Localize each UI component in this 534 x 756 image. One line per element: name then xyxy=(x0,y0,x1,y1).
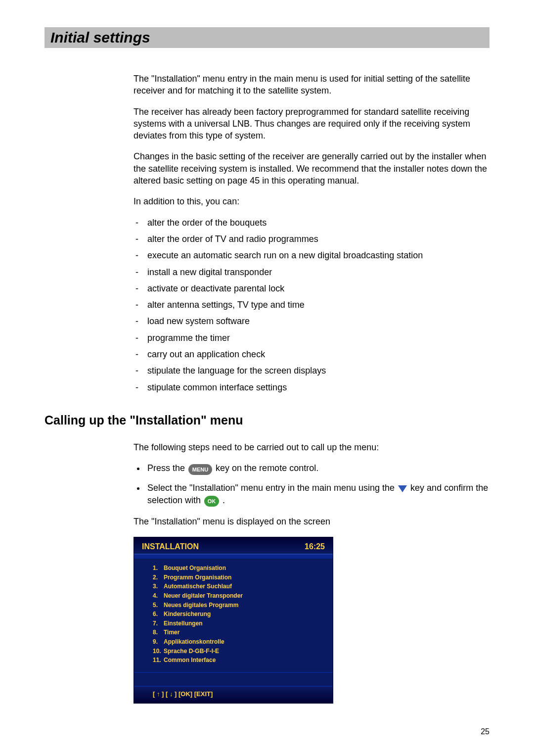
options-list: alter the order of the bouquets alter th… xyxy=(134,217,490,393)
tv-menu-items: 1.Bouquet Organisation 2.Programm Organi… xyxy=(134,558,333,673)
list-item: stipulate the language for the screen di… xyxy=(134,365,490,377)
document-page: Initial settings The "Installation" menu… xyxy=(0,0,534,756)
tv-menu-item: 7.Einstellungen xyxy=(153,619,327,628)
steps-list: Press the MENU key on the remote control… xyxy=(134,462,490,507)
tv-menu-time: 16:25 xyxy=(305,541,325,552)
step-text: Press the xyxy=(147,463,187,473)
page-title: Initial settings xyxy=(44,27,490,48)
list-item: install a new digital transponder xyxy=(134,266,490,278)
tv-menu-item: 8.Timer xyxy=(153,628,327,637)
tv-menu-item: 2.Programm Organisation xyxy=(153,573,327,582)
tv-menu-footer: [ ↑ ] [ ↓ ] [OK] [EXIT] xyxy=(134,686,333,704)
tv-menu-item: 3.Automatischer Suchlauf xyxy=(153,582,327,591)
ok-key-label: OK xyxy=(204,496,219,507)
menu-key-icon: MENU xyxy=(188,463,212,474)
tv-menu-header: INSTALLATION 16:25 xyxy=(134,537,333,555)
calling-content: The following steps need to be carried o… xyxy=(134,441,490,704)
step-text: . xyxy=(222,495,225,505)
step-text: Select the "Installation" menu entry in … xyxy=(147,483,397,493)
tv-menu-item: 6.Kindersicherung xyxy=(153,610,327,619)
list-item: alter the order of the bouquets xyxy=(134,217,490,229)
tv-menu-title: INSTALLATION xyxy=(142,541,199,552)
tv-menu-item: 1.Bouquet Organisation xyxy=(153,564,327,573)
paragraph: In addition to this, you can: xyxy=(134,195,490,207)
list-item: Select the "Installation" menu entry in … xyxy=(145,482,490,507)
list-item: stipulate common interface settings xyxy=(134,381,490,393)
tv-menu-item: 10.Sprache D-GB-F-I-E xyxy=(153,647,327,656)
section-heading: Calling up the "Installation" menu xyxy=(44,413,490,427)
body-content: The "Installation" menu entry in the mai… xyxy=(134,73,490,393)
tv-menu-screenshot: INSTALLATION 16:25 1.Bouquet Organisatio… xyxy=(134,537,333,704)
step-text: key on the remote control. xyxy=(216,463,318,473)
list-item: programme the timer xyxy=(134,332,490,344)
paragraph: Changes in the basic setting of the rece… xyxy=(134,150,490,187)
tv-blank-row xyxy=(134,673,333,686)
list-item: alter the order of TV and radio programm… xyxy=(134,233,490,245)
tv-menu-item: 4.Neuer digitaler Transponder xyxy=(153,591,327,601)
list-item: carry out an application check xyxy=(134,348,490,360)
list-item: alter antenna settings, TV type and time xyxy=(134,299,490,311)
paragraph: The following steps need to be carried o… xyxy=(134,441,490,453)
page-number: 25 xyxy=(481,727,490,736)
tv-menu-item: 5.Neues digitales Programm xyxy=(153,601,327,610)
paragraph: The "Installation" menu entry in the mai… xyxy=(134,73,490,97)
list-item: activate or deactivate parental lock xyxy=(134,283,490,294)
tv-menu-item: 11.Common Interface xyxy=(153,656,327,665)
list-item: execute an automatic search run on a new… xyxy=(134,249,490,261)
ok-key-icon: OK xyxy=(204,495,219,507)
paragraph: The "Installation" menu is displayed on … xyxy=(134,516,490,527)
list-item: load new system software xyxy=(134,315,490,327)
tv-menu-item: 9.Applikationskontrolle xyxy=(153,637,327,647)
menu-key-label: MENU xyxy=(188,464,212,475)
down-arrow-key-icon xyxy=(398,482,407,494)
paragraph: The receiver has already been factory pr… xyxy=(134,106,490,142)
list-item: Press the MENU key on the remote control… xyxy=(145,462,490,474)
